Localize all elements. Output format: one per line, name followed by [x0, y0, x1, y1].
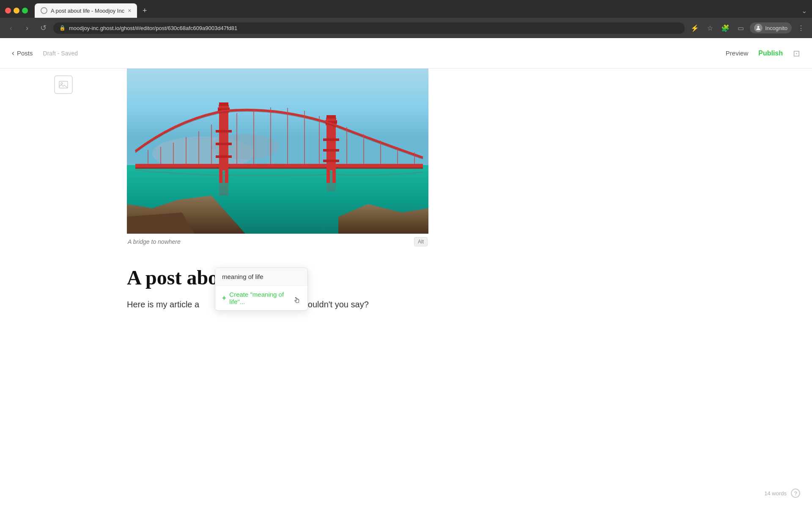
image-caption[interactable]: A bridge to nowhere — [128, 238, 181, 245]
window-controls — [5, 8, 28, 14]
svg-rect-32 — [326, 115, 336, 119]
close-button[interactable] — [5, 8, 11, 14]
editor-content: A bridge to nowhere Alt A post about lif… — [0, 69, 812, 508]
svg-point-0 — [757, 26, 760, 28]
svg-rect-24 — [216, 155, 232, 158]
security-lock-icon: 🔒 — [59, 25, 66, 31]
maximize-button[interactable] — [22, 8, 28, 14]
featured-image — [127, 69, 428, 234]
back-to-posts-link[interactable]: ‹ Posts — [12, 49, 33, 58]
refresh-nav-button[interactable]: ↺ — [37, 22, 49, 34]
cast-icon[interactable]: ▭ — [735, 22, 746, 34]
autocomplete-dropdown: meaning of life + Create "meaning of lif… — [215, 268, 308, 311]
svg-rect-15 — [135, 167, 423, 169]
featured-image-container: A bridge to nowhere Alt — [127, 69, 428, 250]
word-count: 14 words ? — [764, 489, 800, 498]
browser-nav-bar: ‹ › ↺ 🔒 moodjoy-inc.ghost.io/ghost/#/edi… — [0, 18, 812, 38]
app-header: ‹ Posts Draft - Saved Preview Publish ⊡ — [0, 38, 812, 69]
incognito-label: Incognito — [765, 25, 787, 31]
browser-menu-icon[interactable]: ⋮ — [795, 22, 807, 34]
active-tab[interactable]: A post about life - Moodjoy Inc × — [35, 3, 137, 18]
browser-chrome: A post about life - Moodjoy Inc × + ⌄ ‹ … — [0, 0, 812, 38]
svg-rect-33 — [323, 138, 339, 141]
cursor-icon — [294, 296, 301, 305]
incognito-badge[interactable]: Incognito — [750, 22, 792, 33]
tab-more-icon[interactable]: ⌄ — [801, 7, 807, 15]
help-icon[interactable]: ? — [791, 489, 800, 498]
svg-rect-27 — [326, 124, 336, 170]
svg-rect-21 — [219, 102, 228, 106]
app-container: ‹ Posts Draft - Saved Preview Publish ⊡ — [0, 38, 812, 508]
tab-close-button[interactable]: × — [128, 8, 131, 14]
feature-image-placeholder[interactable] — [54, 75, 73, 94]
address-bar[interactable]: 🔒 moodjoy-inc.ghost.io/ghost/#/editor/po… — [53, 22, 685, 34]
bookmark-icon[interactable]: ☆ — [704, 22, 716, 34]
svg-rect-22 — [216, 130, 232, 133]
browser-tab-bar: A post about life - Moodjoy Inc × + ⌄ — [0, 0, 812, 18]
back-nav-button[interactable]: ‹ — [5, 22, 17, 34]
extensions-icon[interactable]: ⚡ — [689, 22, 701, 34]
draft-status: Draft - Saved — [43, 50, 78, 57]
image-caption-row: A bridge to nowhere Alt — [127, 234, 428, 250]
svg-rect-35 — [323, 160, 339, 162]
publish-button[interactable]: Publish — [758, 50, 783, 57]
svg-point-2 — [61, 83, 63, 84]
autocomplete-create-item[interactable]: + Create "meaning of life"... — [215, 285, 307, 310]
autocomplete-create-label: Create "meaning of life"... — [229, 291, 290, 305]
layout-toggle-icon[interactable]: ⊡ — [793, 48, 800, 58]
preview-button[interactable]: Preview — [726, 50, 748, 57]
svg-rect-55 — [219, 170, 228, 196]
svg-rect-16 — [219, 111, 228, 170]
svg-rect-34 — [323, 149, 339, 152]
alt-badge[interactable]: Alt — [414, 237, 428, 246]
svg-rect-23 — [216, 143, 232, 145]
new-tab-button[interactable]: + — [139, 5, 151, 17]
tab-favicon — [41, 7, 47, 14]
editor-left-panel — [0, 69, 127, 508]
address-text: moodjoy-inc.ghost.io/ghost/#/editor/post… — [69, 25, 237, 31]
extensions-puzzle-icon[interactable]: 🧩 — [719, 22, 731, 34]
tab-title: A post about life - Moodjoy Inc — [51, 8, 124, 14]
svg-rect-56 — [326, 170, 336, 191]
word-count-label: 14 words — [764, 490, 787, 497]
back-arrow-icon: ‹ — [12, 49, 14, 58]
browser-right-icons: ⚡ ☆ 🧩 ▭ Incognito ⋮ — [689, 22, 807, 34]
create-icon: + — [222, 294, 226, 302]
minimize-button[interactable] — [14, 8, 19, 14]
autocomplete-item[interactable]: meaning of life — [215, 268, 307, 285]
post-body-start: Here is my article a — [127, 300, 199, 309]
forward-nav-button[interactable]: › — [21, 22, 33, 34]
back-label: Posts — [17, 50, 33, 57]
incognito-icon — [754, 24, 763, 32]
header-right-actions: Preview Publish ⊡ — [726, 48, 800, 58]
